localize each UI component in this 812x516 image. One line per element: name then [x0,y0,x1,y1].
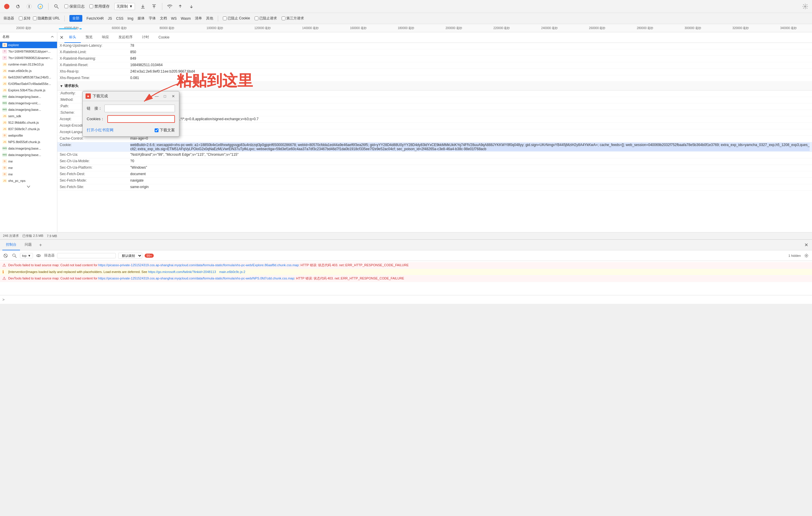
svg-text:✱: ✱ [87,95,89,98]
search-button[interactable] [53,3,60,10]
network-item-7[interactable]: JS f143f9acf3ab47c48ada656e... [0,81,57,87]
context-select-dropdown[interactable]: top ▼ [20,253,33,258]
blocked-cookies-checkbox[interactable]: 已阻止 Cookie [223,16,250,21]
third-party-checkbox[interactable]: 第三方请求 [282,16,304,21]
network-item-17[interactable]: IMG data:image/png;base... [0,145,57,152]
close-console-btn[interactable]: ✕ [803,242,810,249]
svg-point-13 [38,255,39,256]
network-item-19[interactable]: D me [0,158,57,164]
download-icon[interactable] [188,3,195,10]
console-eye-btn[interactable] [35,252,42,259]
console-filter-btn[interactable] [11,252,18,259]
download-doc-checkbox[interactable]: 下载文案 [155,127,175,133]
scroll-down-btn[interactable] [0,184,57,189]
network-item-21[interactable]: D me [0,171,57,178]
network-item-10[interactable]: IMG data:image/svg+xml;... [0,100,57,107]
console-input[interactable] [6,298,810,302]
tab-timing[interactable]: 计时 [137,32,154,43]
tick-11: 220000 毫秒 [481,26,523,30]
download-dialog[interactable]: ✱ 下载完成 — □ ✕ 链 接： Cookies： 打开小红书官网 [82,91,179,136]
network-item-5[interactable]: JS main.e6b0c9c.js [0,68,57,74]
network-item-6[interactable]: JS 6e632667aff053873ac24bf3... [0,74,57,81]
network-item-11[interactable]: IMG data:image/png;base... [0,107,57,113]
network-item-20[interactable]: D me [0,164,57,171]
network-item-22[interactable]: JS xhs_pc_nps [0,178,57,184]
svg-line-3 [57,7,58,8]
download-checkbox[interactable] [155,128,158,132]
media-btn[interactable]: 媒体 [138,16,145,21]
dialog-close-btn[interactable]: ✕ [170,93,176,99]
doc-btn[interactable]: 文档 [160,16,167,21]
tab-preview[interactable]: 预览 [81,32,97,43]
context-selector[interactable]: top ▼ [20,253,33,258]
tab-headers[interactable]: 标头 [64,32,81,43]
msg-link-1[interactable]: https://picasso-private-1251524319.cos.a… [98,263,299,267]
throttle-label: 无限制 [116,4,128,9]
network-item-3[interactable]: ? ?ts=1684979680821&name=... [0,55,57,61]
ws-btn[interactable]: WS [171,17,177,21]
css-btn[interactable]: CSS [116,17,123,21]
network-item-12[interactable]: JS sem_sdk [0,113,57,119]
network-item-2[interactable]: ? ?ts=1684979680821&type=... [0,48,57,55]
tab-console[interactable]: 控制台 [2,240,20,250]
link-input[interactable] [105,104,175,112]
settings-button[interactable] [802,3,809,10]
network-item-explore[interactable]: D explore [0,42,57,48]
upload-icon[interactable] [177,3,183,10]
img-btn[interactable]: Img [127,17,134,21]
import-har-button[interactable] [140,3,146,10]
clear-console-btn[interactable] [2,252,9,259]
close-detail-btn[interactable]: ✕ [58,35,64,40]
network-icon[interactable]: ⚡ [37,3,44,10]
console-filter-input[interactable] [57,253,116,258]
reverse-checkbox[interactable]: 反转 [19,16,31,21]
other-btn[interactable]: 其他 [206,16,213,21]
tab-cookie[interactable]: Cookie [154,32,174,43]
level-dropdown[interactable]: 默认级别 [118,253,142,259]
network-item-15[interactable]: D webprofile [0,132,57,139]
add-console-tab[interactable]: + [36,241,45,249]
msg-source-2[interactable]: main.e6b0c9c.js:2 [219,270,245,274]
dialog-titlebar: ✱ 下载完成 — □ ✕ [83,91,179,101]
blocked-requests-checkbox[interactable]: 已阻止请求 [255,16,277,21]
fetch-xhr-btn[interactable]: Fetch/XHR [86,17,104,21]
msg-link-3[interactable]: https://picasso-private-1251524319.cos.a… [98,276,294,280]
export-har-button[interactable] [151,3,157,10]
item-name-18: data:image/png;base... [8,153,55,157]
keep-logs-checkbox[interactable]: 保留日志 [64,4,85,9]
js-icon-5: JS [2,69,7,73]
clear-button[interactable] [26,3,32,10]
cookies-input[interactable] [107,115,175,123]
network-item-9[interactable]: IMG data:image/png;base... [0,93,57,100]
js-btn[interactable]: JS [108,17,112,21]
font-btn[interactable]: 字体 [149,16,156,21]
network-item-14[interactable]: JS 837.568e9c7.chunk.js [0,126,57,132]
open-website-btn[interactable]: 打开小红书官网 [87,127,114,133]
refresh-button[interactable] [15,3,21,10]
network-item-4[interactable]: JS runtime-main.0119e10.js [0,61,57,68]
keep-logs-input[interactable] [64,4,68,8]
header-real-ip: Xhs-Real-Ip: 240:e3a1:2e6:8ef0:11ee:b205… [57,69,812,75]
msg-link-2[interactable]: https://go.microsoft.com/fwlink/?linkid=… [148,270,216,274]
wasm-btn[interactable]: Wasm [181,17,191,21]
network-item-18[interactable]: IMG data:image/png;base... [0,152,57,158]
scroll-up-btn[interactable] [51,35,55,39]
disable-cache-checkbox[interactable]: 禁用缓存 [89,4,110,9]
tab-initiator[interactable]: 发起程序 [114,32,137,43]
request-headers-section[interactable]: ▼ 请求标头 [57,82,812,91]
clear-btn[interactable]: 清单 [195,16,202,21]
network-item-8[interactable]: JS Explore.50b475a.chunk.js [0,87,57,93]
tab-issues[interactable]: 问题 [21,240,35,250]
dialog-maximize-btn[interactable]: □ [162,93,168,99]
network-item-16[interactable]: JS NPS.8b655df.chunk.js [0,139,57,145]
tab-response[interactable]: 响应 [97,32,114,43]
console-settings-btn[interactable] [803,252,810,259]
dialog-minimize-btn[interactable]: — [154,93,160,99]
disable-cache-input[interactable] [89,4,93,8]
stop-button[interactable] [3,3,10,10]
hide-data-url-checkbox[interactable]: 隐藏数据 URL [33,16,60,21]
all-filter-btn[interactable]: 全部 [69,15,82,22]
throttle-select[interactable]: 无限制 ▼ [114,3,135,10]
hidden-count: 1 hidden [788,254,801,257]
network-item-13[interactable]: JS 912.9fddd6c.chunk.js [0,119,57,126]
